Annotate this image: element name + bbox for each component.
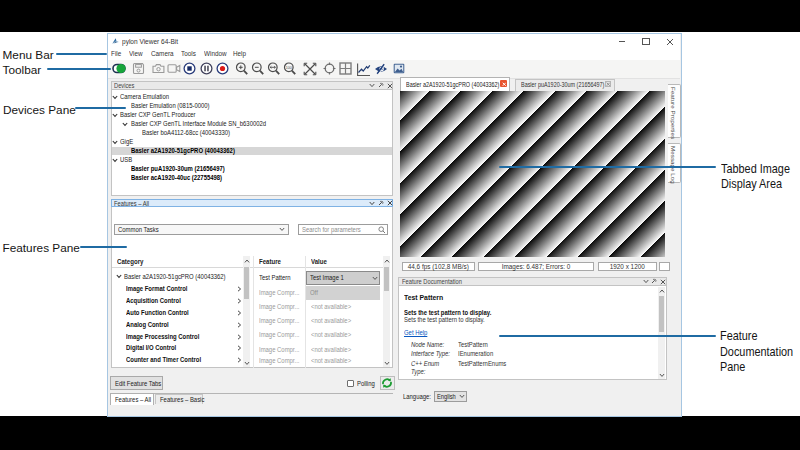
svg-text:100: 100 [285,66,291,70]
